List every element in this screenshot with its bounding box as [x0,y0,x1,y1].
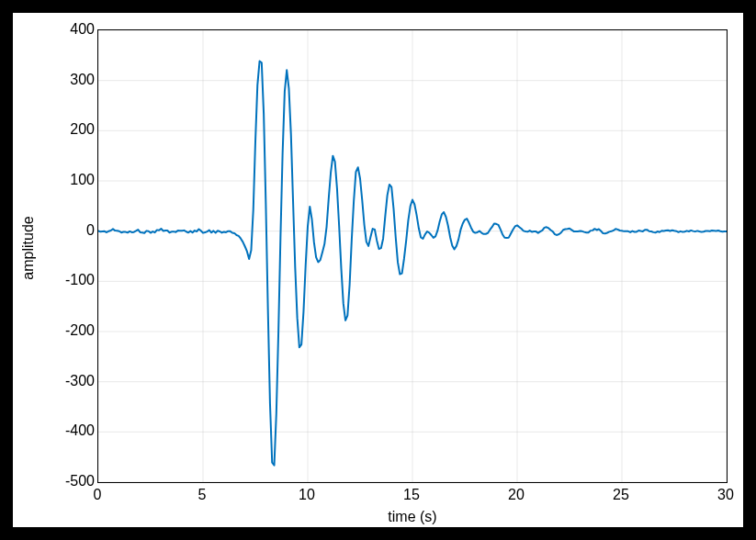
y-axis-label: amplitude [20,185,37,248]
x-tick: 5 [198,487,207,503]
x-tick: 20 [508,487,525,503]
grid [98,30,727,482]
chart-frame: 051015202530 -500-400-300-200-1000100200… [13,13,743,527]
x-axis-label: time (s) [97,509,728,525]
y-tick: -300 [21,373,95,389]
y-tick: -200 [21,322,95,339]
x-tick: 15 [403,487,420,503]
y-tick: 400 [21,21,95,38]
x-tick: 30 [717,487,734,503]
plot-area [97,29,728,483]
y-tick: -500 [21,473,95,489]
y-tick: 300 [21,72,95,88]
y-tick: 200 [21,121,95,138]
x-tick: 25 [613,487,629,503]
y-tick: -400 [21,422,95,439]
plot-svg [98,30,727,482]
x-tick: 10 [299,487,315,503]
